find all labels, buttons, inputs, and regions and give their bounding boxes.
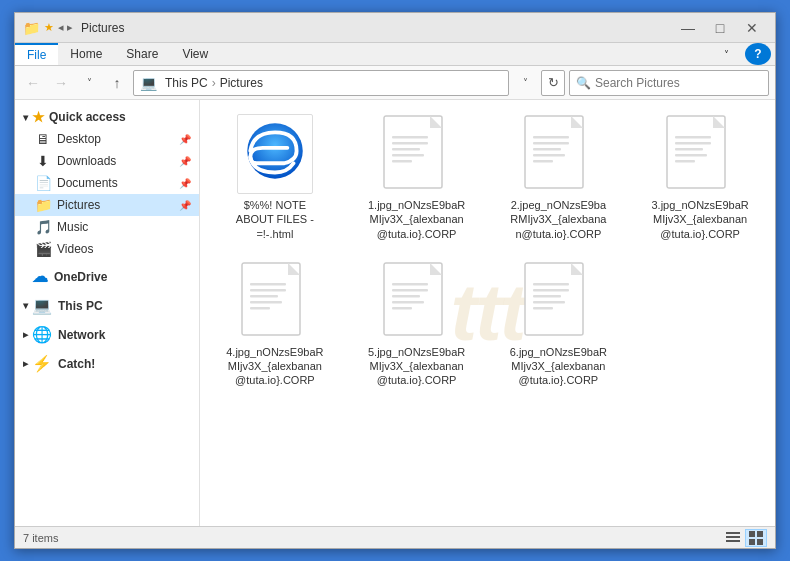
sidebar-item-desktop-label: Desktop bbox=[57, 132, 101, 146]
tab-home[interactable]: Home bbox=[58, 43, 114, 65]
onedrive-item[interactable]: ▾ ☁ OneDrive bbox=[15, 264, 199, 289]
svg-rect-23 bbox=[675, 154, 707, 157]
sidebar-item-downloads[interactable]: ⬇ Downloads 📌 bbox=[15, 150, 199, 172]
svg-rect-28 bbox=[250, 283, 286, 286]
svg-rect-6 bbox=[392, 148, 420, 151]
toolbar: ← → ˅ ↑ 💻 This PC › Pictures ˅ ↻ 🔍 bbox=[15, 66, 775, 100]
sidebar-item-music[interactable]: 🎵 Music bbox=[15, 216, 199, 238]
expand-ribbon-button[interactable]: ˅ bbox=[712, 43, 741, 65]
recent-locations-button[interactable]: ˅ bbox=[77, 71, 101, 95]
svg-rect-52 bbox=[749, 531, 755, 537]
help-button[interactable]: ? bbox=[745, 43, 771, 65]
svg-rect-45 bbox=[533, 289, 569, 292]
svg-rect-8 bbox=[392, 160, 412, 163]
svg-rect-30 bbox=[250, 295, 278, 298]
svg-rect-16 bbox=[533, 160, 553, 163]
explorer-window: 📁 ★ ◂ ▸ Pictures — □ ✕ File Home Share V… bbox=[14, 12, 776, 549]
window-title: Pictures bbox=[81, 21, 673, 35]
sidebar-item-pictures-label: Pictures bbox=[57, 198, 100, 212]
minimize-button[interactable]: — bbox=[673, 18, 703, 38]
sidebar-item-desktop[interactable]: 🖥 Desktop 📌 bbox=[15, 128, 199, 150]
svg-rect-37 bbox=[392, 289, 428, 292]
sidebar-item-documents[interactable]: 📄 Documents 📌 bbox=[15, 172, 199, 194]
forward-button[interactable]: → bbox=[49, 71, 73, 95]
file-thumb-3 bbox=[660, 114, 740, 194]
sidebar-item-downloads-label: Downloads bbox=[57, 154, 116, 168]
pin-icon-downloads: 📌 bbox=[179, 156, 191, 167]
search-input[interactable] bbox=[595, 76, 762, 90]
sidebar-item-videos[interactable]: 🎬 Videos bbox=[15, 238, 199, 260]
up-button[interactable]: ↑ bbox=[105, 71, 129, 95]
breadcrumb-pictures[interactable]: Pictures bbox=[220, 76, 263, 90]
file-thumb-6 bbox=[518, 261, 598, 341]
svg-rect-15 bbox=[533, 154, 565, 157]
file-name-1: 1.jpg_nONzsE9baRMIjv3X_{alexbanan@tuta.i… bbox=[367, 198, 467, 241]
file-name-3: 3.jpg_nONzsE9baRMIjv3X_{alexbanan@tuta.i… bbox=[650, 198, 750, 241]
thispc-label: This PC bbox=[58, 299, 103, 313]
pin-icon-pictures: 📌 bbox=[179, 200, 191, 211]
file-name-2: 2.jpeg_nONzsE9baRMIjv3X_{alexbanan@tuta.… bbox=[508, 198, 608, 241]
svg-rect-29 bbox=[250, 289, 286, 292]
svg-rect-46 bbox=[533, 295, 561, 298]
svg-rect-47 bbox=[533, 301, 565, 304]
maximize-button[interactable]: □ bbox=[705, 18, 735, 38]
svg-rect-36 bbox=[392, 283, 428, 286]
videos-icon: 🎬 bbox=[35, 241, 51, 257]
address-bar[interactable]: 💻 This PC › Pictures bbox=[133, 70, 509, 96]
desktop-icon: 🖥 bbox=[35, 131, 51, 147]
network-label: Network bbox=[58, 328, 105, 342]
svg-rect-55 bbox=[757, 539, 763, 545]
quick-access-label: Quick access bbox=[49, 110, 126, 124]
onedrive-section: ▾ ☁ OneDrive bbox=[15, 264, 199, 289]
file-item-3[interactable]: 3.jpg_nONzsE9baRMIjv3X_{alexbanan@tuta.i… bbox=[633, 108, 767, 247]
details-view-button[interactable] bbox=[722, 529, 744, 547]
file-thumb-1 bbox=[377, 114, 457, 194]
svg-rect-13 bbox=[533, 142, 569, 145]
address-dropdown-button[interactable]: ˅ bbox=[513, 71, 537, 95]
network-section: ▸ 🌐 Network bbox=[15, 322, 199, 347]
breadcrumb-thispc[interactable]: This PC bbox=[165, 76, 208, 90]
file-item-6[interactable]: 6.jpg_nONzsE9baRMIjv3X_{alexbanan@tuta.i… bbox=[492, 255, 626, 394]
file-item-5[interactable]: 5.jpg_nONzsE9baRMIjv3X_{alexbanan@tuta.i… bbox=[350, 255, 484, 394]
ribbon: File Home Share View ˅ ? bbox=[15, 43, 775, 66]
svg-rect-20 bbox=[675, 136, 711, 139]
onedrive-label: OneDrive bbox=[54, 270, 107, 284]
sidebar-item-pictures[interactable]: 📁 Pictures 📌 bbox=[15, 194, 199, 216]
sidebar-item-music-label: Music bbox=[57, 220, 88, 234]
file-item-2[interactable]: 2.jpeg_nONzsE9baRMIjv3X_{alexbanan@tuta.… bbox=[492, 108, 626, 247]
svg-rect-4 bbox=[392, 136, 428, 139]
tab-share[interactable]: Share bbox=[114, 43, 170, 65]
folder-icon: 📁 bbox=[23, 20, 40, 36]
file-name-5: 5.jpg_nONzsE9baRMIjv3X_{alexbanan@tuta.i… bbox=[367, 345, 467, 388]
svg-rect-31 bbox=[250, 301, 282, 304]
title-bar-nav: ◂ ▸ bbox=[58, 21, 73, 34]
status-bar: 7 items bbox=[15, 526, 775, 548]
svg-rect-39 bbox=[392, 301, 424, 304]
svg-rect-32 bbox=[250, 307, 270, 310]
search-box[interactable]: 🔍 bbox=[569, 70, 769, 96]
large-icons-view-button[interactable] bbox=[745, 529, 767, 547]
tab-file[interactable]: File bbox=[15, 43, 58, 65]
file-item-4[interactable]: 4.jpg_nONzsE9baRMIjv3X_{alexbanan@tuta.i… bbox=[208, 255, 342, 394]
svg-rect-12 bbox=[533, 136, 569, 139]
pin-icon-desktop: 📌 bbox=[179, 134, 191, 145]
file-item-1[interactable]: 1.jpg_nONzsE9baRMIjv3X_{alexbanan@tuta.i… bbox=[350, 108, 484, 247]
thispc-item[interactable]: ▾ 💻 This PC bbox=[15, 293, 199, 318]
svg-rect-7 bbox=[392, 154, 424, 157]
close-button[interactable]: ✕ bbox=[737, 18, 767, 38]
quick-access-header[interactable]: ▾ ★ Quick access bbox=[15, 106, 199, 128]
back-button[interactable]: ← bbox=[21, 71, 45, 95]
svg-rect-50 bbox=[726, 536, 740, 538]
svg-rect-24 bbox=[675, 160, 695, 163]
sidebar: ▾ ★ Quick access 🖥 Desktop 📌 ⬇ Downloads… bbox=[15, 100, 200, 526]
main-area: ▾ ★ Quick access 🖥 Desktop 📌 ⬇ Downloads… bbox=[15, 100, 775, 526]
catch-item[interactable]: ▸ ⚡ Catch! bbox=[15, 351, 199, 376]
tab-view[interactable]: View bbox=[170, 43, 220, 65]
ribbon-tabs: File Home Share View ˅ ? bbox=[15, 43, 775, 65]
refresh-button[interactable]: ↻ bbox=[541, 70, 565, 96]
thispc-section: ▾ 💻 This PC bbox=[15, 293, 199, 318]
file-name-0: $%%! NOTE ABOUT FILES -=!-.html bbox=[225, 198, 325, 241]
file-thumb-4 bbox=[235, 261, 315, 341]
file-item-0[interactable]: $%%! NOTE ABOUT FILES -=!-.html bbox=[208, 108, 342, 247]
network-item[interactable]: ▸ 🌐 Network bbox=[15, 322, 199, 347]
